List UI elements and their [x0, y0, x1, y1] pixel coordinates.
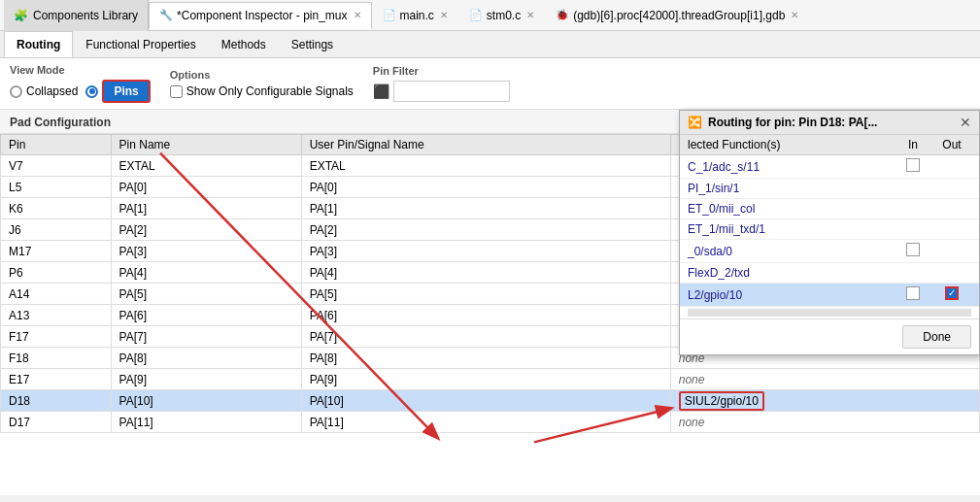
cell-pin-name: PA[6]: [111, 305, 301, 326]
cell-pin-name: PA[3]: [111, 241, 301, 262]
inspector-icon: 🔧: [159, 9, 173, 21]
pin-filter-group: Pin Filter ⬛: [373, 65, 510, 102]
cell-pin-name: PA[10]: [111, 390, 301, 412]
cell-pin: A13: [1, 305, 112, 326]
popup-row-func: L2/gpio/10: [688, 288, 894, 302]
tab-gdb[interactable]: 🐞 (gdb)[6].proc[42000].threadGroup[i1],g…: [545, 2, 809, 29]
popup-row[interactable]: C_1/adc_s/11: [680, 155, 979, 179]
close-main-c-tab[interactable]: ✕: [440, 10, 448, 20]
gdb-icon: 🐞: [556, 9, 569, 21]
tab-settings[interactable]: Settings: [279, 31, 346, 57]
cell-pin-name: PA[9]: [111, 369, 301, 390]
popup-row-func: _0/sda/0: [688, 245, 894, 258]
cell-pin: F18: [1, 348, 112, 369]
cell-user-pin: EXTAL: [301, 155, 670, 177]
cell-pin-name: PA[0]: [111, 177, 301, 198]
table-row[interactable]: D17PA[11]PA[11]none: [1, 412, 980, 433]
table-row[interactable]: E17PA[9]PA[9]none: [1, 369, 980, 390]
cell-pin: E17: [1, 369, 112, 390]
configurable-signals-label: Show Only Configurable Signals: [186, 84, 354, 98]
filter-icon: ⬛: [373, 84, 389, 99]
main-c-label: main.c: [400, 9, 434, 22]
cell-pin: D17: [1, 412, 112, 433]
cell-pin: J6: [1, 219, 112, 241]
cell-pin-name: PA[11]: [111, 412, 301, 433]
routing-popup: 🔀 Routing for pin: Pin D18: PA[... ✕ lec…: [679, 110, 980, 355]
radio-collapsed[interactable]: Collapsed: [10, 84, 78, 98]
cell-pin: M17: [1, 241, 112, 262]
popup-close-button[interactable]: ✕: [960, 115, 971, 130]
cell-user-pin: PA[7]: [301, 326, 670, 348]
stm-file-icon: 📄: [469, 9, 483, 21]
tab-main-c[interactable]: 📄 main.c ✕: [372, 2, 458, 29]
cell-pin: P6: [1, 262, 112, 284]
pins-button[interactable]: Pins: [102, 80, 150, 103]
popup-row-func: ET_1/mii_txd/1: [688, 222, 894, 236]
cell-pin-name: PA[2]: [111, 219, 301, 241]
functional-tab-label: Functional Properties: [85, 38, 195, 51]
secondary-tab-bar: Routing Functional Properties Methods Se…: [0, 31, 980, 58]
popup-table-header: lected Function(s) In Out: [680, 135, 979, 155]
popup-header: 🔀 Routing for pin: Pin D18: PA[... ✕: [680, 111, 979, 135]
stm0-c-label: stm0.c: [487, 9, 521, 22]
cell-user-pin: PA[8]: [301, 348, 670, 369]
cell-selected-func: SIUL2/gpio/10: [670, 390, 979, 412]
configurable-signals-checkbox[interactable]: Show Only Configurable Signals: [170, 84, 354, 98]
popup-row[interactable]: L2/gpio/10: [680, 284, 979, 307]
radio-pins[interactable]: Pins: [85, 80, 150, 103]
tab-routing[interactable]: Routing: [4, 31, 73, 57]
close-stm0-tab[interactable]: ✕: [526, 10, 534, 20]
cell-user-pin: PA[3]: [301, 241, 670, 262]
popup-row-in-checkbox[interactable]: [894, 243, 932, 259]
close-gdb-tab[interactable]: ✕: [791, 10, 798, 20]
cell-user-pin: PA[6]: [301, 305, 670, 326]
popup-title: 🔀 Routing for pin: Pin D18: PA[...: [688, 116, 877, 129]
col-pin-name: Pin Name: [111, 135, 301, 155]
popup-row[interactable]: ET_1/mii_txd/1: [680, 219, 979, 240]
cell-pin-name: PA[4]: [111, 262, 301, 284]
components-icon: 🧩: [14, 9, 28, 22]
pin-filter-label: Pin Filter: [373, 65, 510, 77]
tab-components-library[interactable]: 🧩 Components Library: [4, 0, 149, 31]
popup-scrollbar[interactable]: [688, 309, 971, 317]
cell-user-pin: PA[9]: [301, 369, 670, 390]
popup-row[interactable]: PI_1/sin/1: [680, 179, 979, 199]
gdb-label: (gdb)[6].proc[42000].threadGroup[i1],gdb: [573, 9, 785, 22]
popup-row-func: FlexD_2/txd: [688, 266, 894, 280]
configurable-signals-input[interactable]: [170, 85, 183, 98]
tab-functional-properties[interactable]: Functional Properties: [73, 31, 208, 57]
table-row[interactable]: D18PA[10]PA[10]SIUL2/gpio/10: [1, 390, 980, 412]
pin-filter-input[interactable]: [393, 81, 510, 102]
pins-radio-circle: [85, 85, 98, 98]
view-mode-options: Collapsed Pins: [10, 80, 151, 103]
cell-user-pin: PA[2]: [301, 219, 670, 241]
popup-col-in-header: In: [894, 138, 932, 151]
tab-component-inspector[interactable]: 🔧 *Component Inspector - pin_mux ✕: [149, 2, 371, 29]
cell-pin: L5: [1, 177, 112, 198]
popup-row-in-checkbox[interactable]: [894, 286, 932, 303]
cell-pin: K6: [1, 198, 112, 219]
toolbar: View Mode Collapsed Pins Options Show On…: [0, 58, 980, 110]
cell-pin: A14: [1, 284, 112, 305]
popup-row[interactable]: ET_0/mii_col: [680, 199, 979, 219]
inspector-label: *Component Inspector - pin_mux: [177, 9, 347, 22]
popup-row-func: ET_0/mii_col: [688, 202, 894, 216]
cell-user-pin: PA[5]: [301, 284, 670, 305]
options-group: Options Show Only Configurable Signals: [170, 69, 354, 98]
close-inspector-tab[interactable]: ✕: [354, 10, 361, 20]
tab-methods[interactable]: Methods: [209, 31, 279, 57]
methods-tab-label: Methods: [221, 38, 266, 51]
main-content: Pad Configuration Pin Pin Name User Pin/…: [0, 110, 980, 495]
cell-pin-name: PA[8]: [111, 348, 301, 369]
popup-row-in-checkbox[interactable]: [894, 158, 932, 175]
collapsed-radio-circle: [10, 85, 22, 98]
options-label: Options: [170, 69, 354, 81]
components-library-label: Components Library: [33, 9, 138, 22]
popup-row[interactable]: FlexD_2/txd: [680, 263, 979, 284]
popup-row[interactable]: _0/sda/0: [680, 240, 979, 263]
done-button[interactable]: Done: [902, 325, 971, 349]
col-pin: Pin: [1, 135, 112, 155]
pin-filter-row: ⬛: [373, 81, 510, 102]
popup-row-out-checkbox[interactable]: [932, 286, 971, 303]
tab-stm0-c[interactable]: 📄 stm0.c ✕: [458, 2, 545, 29]
